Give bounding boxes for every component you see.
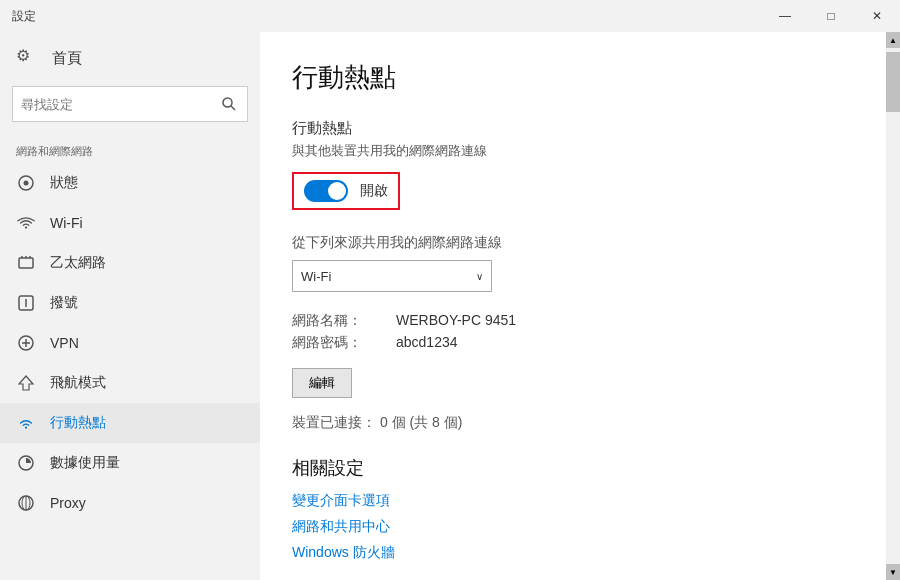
sidebar-hotspot-label: 行動熱點 xyxy=(50,414,106,432)
sidebar: ⚙ 首頁 網路和網際網路 狀態 xyxy=(0,32,260,580)
hotspot-toggle[interactable] xyxy=(304,180,348,202)
network-name-label: 網路名稱： xyxy=(292,312,372,330)
data-usage-icon xyxy=(16,453,36,473)
sidebar-proxy-label: Proxy xyxy=(50,495,86,511)
sidebar-header[interactable]: ⚙ 首頁 xyxy=(0,36,260,86)
sidebar-item-data[interactable]: 數據使用量 xyxy=(0,443,260,483)
wifi-icon xyxy=(16,213,36,233)
sidebar-item-proxy[interactable]: Proxy xyxy=(0,483,260,523)
edit-button[interactable]: 編輯 xyxy=(292,368,352,398)
network-password-value: abcd1234 xyxy=(396,334,458,352)
dropdown-value: Wi-Fi xyxy=(301,269,331,284)
network-password-row: 網路密碼： abcd1234 xyxy=(292,334,854,352)
proxy-icon xyxy=(16,493,36,513)
section-label: 網路和網際網路 xyxy=(0,138,260,163)
sidebar-wifi-label: Wi-Fi xyxy=(50,215,83,231)
title-bar-controls: — □ ✕ xyxy=(762,0,900,32)
search-input[interactable] xyxy=(13,97,211,112)
network-name-row: 網路名稱： WERBOY-PC 9451 xyxy=(292,312,854,330)
sidebar-item-airplane[interactable]: 飛航模式 xyxy=(0,363,260,403)
main-inner: 行動熱點 行動熱點 與其他裝置共用我的網際網路連線 開啟 從下列來源共用我的網際… xyxy=(260,32,900,580)
title-bar: 設定 — □ ✕ xyxy=(0,0,900,32)
sidebar-data-label: 數據使用量 xyxy=(50,454,120,472)
related-link-firewall[interactable]: Windows 防火牆 xyxy=(292,544,854,562)
scrollbar-down-button[interactable]: ▼ xyxy=(886,564,900,580)
scrollbar-track: ▲ ▼ xyxy=(886,32,900,580)
source-label: 從下列來源共用我的網際網路連線 xyxy=(292,234,854,252)
svg-point-3 xyxy=(24,181,29,186)
airplane-icon xyxy=(16,373,36,393)
toggle-knob xyxy=(328,182,346,200)
connected-info: 裝置已連接： 0 個 (共 8 個) xyxy=(292,414,854,432)
main-content: 行動熱點 行動熱點 與其他裝置共用我的網際網路連線 開啟 從下列來源共用我的網際… xyxy=(260,32,886,580)
hotspot-section-title: 行動熱點 xyxy=(292,119,854,138)
hotspot-icon xyxy=(16,413,36,433)
dial-icon xyxy=(16,293,36,313)
source-dropdown[interactable]: Wi-Fi ∨ xyxy=(292,260,492,292)
sidebar-ethernet-label: 乙太網路 xyxy=(50,254,106,272)
sidebar-item-ethernet[interactable]: 乙太網路 xyxy=(0,243,260,283)
settings-window: 設定 — □ ✕ ⚙ 首頁 網路和網際網路 xyxy=(0,0,900,580)
sidebar-item-hotspot[interactable]: 行動熱點 xyxy=(0,403,260,443)
related-link-network-center[interactable]: 網路和共用中心 xyxy=(292,518,854,536)
sidebar-item-dial[interactable]: 撥號 xyxy=(0,283,260,323)
dropdown-arrow-icon: ∨ xyxy=(476,271,483,282)
minimize-button[interactable]: — xyxy=(762,0,808,32)
maximize-button[interactable]: □ xyxy=(808,0,854,32)
main-content-area: ⚙ 首頁 網路和網際網路 狀態 xyxy=(0,32,900,580)
svg-line-1 xyxy=(231,106,235,110)
toggle-label: 開啟 xyxy=(360,182,388,200)
page-title: 行動熱點 xyxy=(292,60,854,95)
sidebar-home-label: 首頁 xyxy=(52,49,82,68)
network-name-value: WERBOY-PC 9451 xyxy=(396,312,516,330)
main-panel: 行動熱點 行動熱點 與其他裝置共用我的網際網路連線 開啟 從下列來源共用我的網際… xyxy=(260,32,900,580)
status-icon xyxy=(16,173,36,193)
gear-icon: ⚙ xyxy=(16,46,40,70)
search-box[interactable] xyxy=(12,86,248,122)
related-settings-title: 相關設定 xyxy=(292,456,854,480)
svg-rect-4 xyxy=(19,258,33,268)
vpn-icon xyxy=(16,333,36,353)
sidebar-item-wifi[interactable]: Wi-Fi xyxy=(0,203,260,243)
svg-point-0 xyxy=(223,98,232,107)
sidebar-item-status[interactable]: 狀態 xyxy=(0,163,260,203)
sidebar-item-vpn[interactable]: VPN xyxy=(0,323,260,363)
title-bar-title: 設定 xyxy=(12,8,36,25)
related-link-adapter[interactable]: 變更介面卡選項 xyxy=(292,492,854,510)
hotspot-toggle-row: 開啟 xyxy=(292,172,400,210)
network-password-label: 網路密碼： xyxy=(292,334,372,352)
scrollbar-up-button[interactable]: ▲ xyxy=(886,32,900,48)
sidebar-dial-label: 撥號 xyxy=(50,294,78,312)
search-icon xyxy=(211,87,247,121)
source-dropdown-row: Wi-Fi ∨ xyxy=(292,260,854,292)
ethernet-icon xyxy=(16,253,36,273)
sidebar-vpn-label: VPN xyxy=(50,335,79,351)
hotspot-section-desc: 與其他裝置共用我的網際網路連線 xyxy=(292,142,854,160)
scrollbar-thumb[interactable] xyxy=(886,52,900,112)
sidebar-airplane-label: 飛航模式 xyxy=(50,374,106,392)
sidebar-status-label: 狀態 xyxy=(50,174,78,192)
close-button[interactable]: ✕ xyxy=(854,0,900,32)
